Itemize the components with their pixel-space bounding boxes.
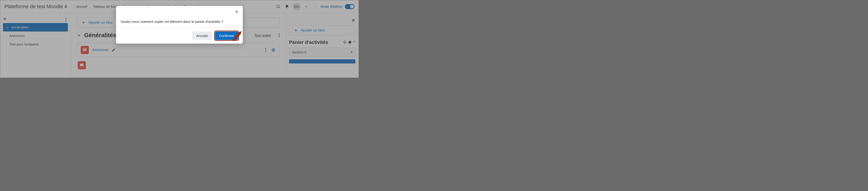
modal-message: Voulez-vous vraiment copier cet élément …: [116, 6, 243, 28]
modal-close-icon[interactable]: ✕: [235, 9, 239, 15]
annotation-arrow: [231, 31, 242, 41]
cancel-button[interactable]: Annuler: [192, 31, 212, 40]
confirm-modal: ✕ Voulez-vous vraiment copier cet élémen…: [116, 6, 243, 44]
